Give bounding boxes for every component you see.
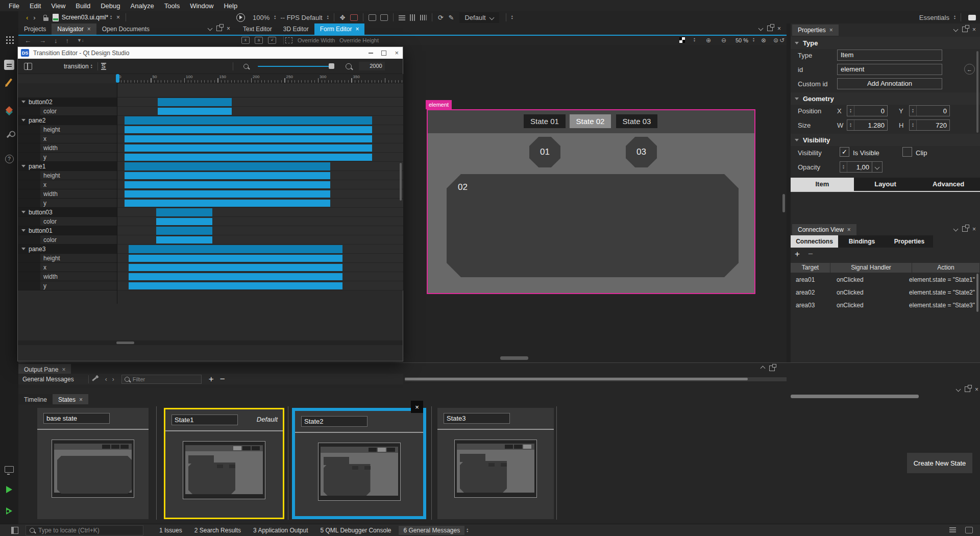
tab-projects[interactable]: Projects	[18, 23, 52, 35]
nav-right-icon[interactable]: →	[39, 37, 46, 44]
menu-tools[interactable]: Tools	[160, 1, 184, 11]
track-row-color[interactable]	[117, 107, 403, 116]
state-card-State3[interactable]: State3	[437, 408, 554, 519]
timeline-bar[interactable]	[125, 181, 330, 188]
edit-mode-icon[interactable]	[4, 59, 15, 70]
tab-navigator[interactable]: Navigator×	[52, 23, 96, 35]
lock-icon[interactable]	[43, 17, 48, 21]
kit-spinner-icon[interactable]: ▴▾	[954, 15, 955, 20]
states-dock-controls[interactable]: ×	[957, 386, 978, 392]
track-label-width[interactable]: width	[18, 189, 117, 199]
pane-02[interactable]: 02	[447, 174, 739, 277]
track-row-color[interactable]	[117, 217, 403, 226]
timeline-bar[interactable]	[125, 154, 372, 161]
timeline-bar[interactable]	[129, 264, 342, 271]
states-hscrollbar[interactable]	[791, 395, 919, 398]
toggle-left-sidebar-icon[interactable]	[11, 527, 18, 534]
tab-connection-view[interactable]: Connection View×	[792, 224, 856, 235]
progress-details-icon[interactable]	[949, 527, 956, 532]
open-document-name[interactable]: Screen03.ui.qml*	[62, 14, 108, 21]
track-label-color[interactable]: color	[18, 107, 117, 116]
clip-checkbox[interactable]	[902, 147, 912, 157]
output-hscrollbar[interactable]	[405, 377, 787, 381]
zoom-out-timeline-icon[interactable]	[243, 64, 249, 69]
tab-text-editor[interactable]: Text Editor	[237, 23, 278, 35]
track-row-width[interactable]	[117, 189, 403, 199]
timeline-bar[interactable]	[125, 190, 330, 198]
transition-spinner-icon[interactable]: ▴▾	[91, 64, 92, 69]
properties-tab-advanced[interactable]: Advanced	[917, 178, 980, 191]
output-toggle-icon[interactable]	[965, 527, 973, 533]
zoom-spinner-icon[interactable]: ▴▾	[274, 15, 276, 20]
transition-list-icon[interactable]	[24, 63, 32, 70]
reset-view-icon[interactable]: ↺	[779, 37, 785, 44]
timeline-bar[interactable]	[156, 227, 212, 235]
track-label-x[interactable]: x	[18, 180, 117, 189]
nav-down-icon[interactable]: ↓	[54, 37, 58, 44]
menu-help[interactable]: Help	[219, 1, 242, 11]
timeline-bar[interactable]	[158, 98, 232, 106]
zoom-in-output-button[interactable]: +	[209, 374, 214, 384]
canvas-hscrollbar[interactable]	[500, 356, 528, 360]
timeline-hscrollbar[interactable]	[18, 340, 403, 345]
track-row-button02[interactable]	[117, 98, 403, 107]
timeline-bar[interactable]	[125, 172, 330, 179]
layout-row-icon[interactable]	[399, 15, 405, 20]
kit-selector[interactable]: Essentials	[917, 14, 952, 21]
zoom-out-output-button[interactable]: −	[220, 374, 225, 384]
anchor-x-icon[interactable]: x̂	[241, 37, 250, 44]
section-geometry[interactable]: Geometry	[791, 92, 980, 105]
timeline-bar[interactable]	[156, 208, 212, 216]
timeline-bar[interactable]	[125, 200, 330, 207]
output-source-label[interactable]: General Messages	[22, 376, 74, 383]
close-state-icon[interactable]: ×	[411, 401, 423, 413]
state-thumbnail[interactable]	[52, 440, 134, 498]
tab-form-editor[interactable]: Form Editor×	[314, 23, 365, 35]
output-collapse-controls[interactable]	[761, 366, 775, 371]
style-spinner-icon[interactable]: ▴▾	[511, 15, 513, 20]
track-label-width[interactable]: width	[18, 143, 117, 153]
minimize-icon[interactable]	[369, 53, 373, 54]
connection-tab-connections[interactable]: Connections	[791, 235, 838, 248]
track-row-pane3[interactable]	[117, 245, 403, 254]
tab-open-documents[interactable]: Open Documents	[96, 23, 155, 35]
override-height-field[interactable]: Override Height	[339, 37, 379, 43]
nav-up-icon[interactable]: ↑	[66, 37, 69, 44]
output-pane-spinner-icon[interactable]: ▴▾	[467, 528, 468, 533]
track-label-button02[interactable]: button02	[18, 98, 117, 107]
track-row-button03[interactable]	[117, 208, 403, 217]
transition-selector[interactable]: transition	[64, 63, 89, 70]
design-mode-icon[interactable]	[4, 76, 15, 87]
track-label-y[interactable]: y	[18, 281, 117, 290]
properties-scrollbar[interactable]	[976, 51, 978, 133]
track-label-pane2[interactable]: pane2	[18, 116, 117, 125]
track-row-width[interactable]	[117, 272, 403, 281]
connection-dock-controls[interactable]: ×	[954, 226, 976, 232]
transition-duration-field[interactable]: 2000	[359, 62, 385, 70]
timeline-bar[interactable]	[129, 282, 342, 289]
fps-spinner-icon[interactable]: ▴▾	[327, 15, 329, 20]
track-label-x[interactable]: x	[18, 263, 117, 272]
track-row-x[interactable]	[117, 180, 403, 189]
status-button-6[interactable]: 6 General Messages	[399, 526, 464, 535]
menu-analyze[interactable]: Analyze	[126, 1, 159, 11]
track-label-color[interactable]: color	[18, 217, 117, 226]
transition-editor-window[interactable]: DS Transition Editor - Qt Design Studio …	[17, 46, 403, 361]
snap-icon[interactable]	[380, 14, 388, 21]
timeline-zoom-slider[interactable]	[258, 66, 334, 67]
track-label-x[interactable]: x	[18, 134, 117, 143]
status-button-3[interactable]: 3 Application Output	[249, 526, 312, 535]
track-label-y[interactable]: y	[18, 153, 117, 162]
show-boundaries-icon[interactable]	[285, 37, 292, 43]
timeline-bar[interactable]	[129, 245, 342, 253]
state-name-input[interactable]: State3	[444, 413, 510, 424]
element-root-item[interactable]: State 01State 02State 03 01 03 02	[427, 109, 755, 294]
editor-dock-controls[interactable]: ×	[759, 26, 781, 31]
track-row-pane2[interactable]	[117, 116, 403, 125]
easing-curve-icon[interactable]: S	[101, 63, 106, 70]
run-button-icon[interactable]	[4, 484, 15, 495]
help-mode-icon[interactable]: ?	[4, 153, 15, 164]
menu-debug[interactable]: Debug	[96, 1, 125, 11]
track-label-pane1[interactable]: pane1	[18, 162, 117, 171]
properties-dock-controls[interactable]: ×	[954, 27, 976, 32]
